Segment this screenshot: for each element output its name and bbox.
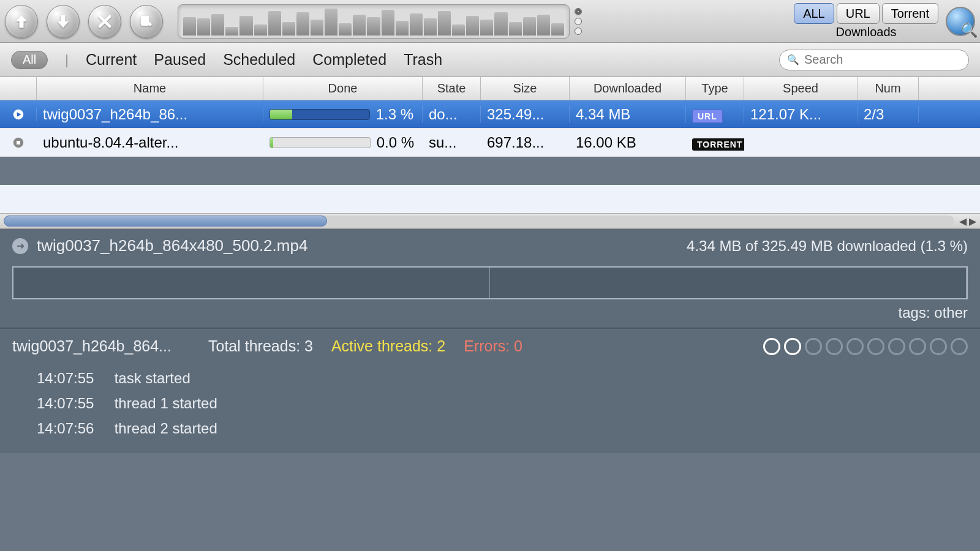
mode-tab-url[interactable]: URL (837, 3, 880, 24)
cell-state: do... (423, 106, 481, 123)
cell-type: TORRENT (686, 134, 744, 151)
cell-done: 1.3 % (263, 106, 423, 123)
table-header: Name Done State Size Downloaded Type Spe… (0, 77, 980, 100)
search-box[interactable]: 🔍 (779, 50, 969, 70)
activity-meter (178, 4, 570, 39)
search-input[interactable] (804, 53, 961, 67)
col-num[interactable]: Num (858, 77, 919, 100)
empty-row (0, 185, 980, 213)
col-name[interactable]: Name (37, 77, 263, 100)
active-threads: Active threads: 2 (331, 337, 445, 355)
thread-indicator (930, 338, 947, 355)
col-size[interactable]: Size (481, 77, 570, 100)
cell-done: 0.0 % (263, 134, 423, 151)
col-speed[interactable]: Speed (744, 77, 858, 100)
col-downloaded[interactable]: Downloaded (570, 77, 686, 100)
meter-scale-radios[interactable] (575, 8, 582, 35)
cell-size: 697.18... (481, 134, 570, 151)
thread-indicator (867, 338, 884, 355)
svg-rect-3 (17, 141, 20, 144)
filter-current[interactable]: Current (86, 51, 137, 69)
thread-indicator (784, 338, 801, 355)
filter-completed[interactable]: Completed (312, 51, 386, 69)
thread-indicator (888, 338, 905, 355)
edit-icon (138, 13, 155, 30)
close-icon (96, 13, 113, 30)
total-threads: Total threads: 3 (208, 337, 313, 355)
cell-name: twig0037_h264b_86... (37, 106, 263, 123)
thread-indicator (951, 338, 968, 355)
log-line: 14:07:55 task started (37, 366, 943, 391)
log-line: 14:07:55 thread 1 started (37, 391, 943, 416)
cell-size: 325.49... (481, 106, 570, 123)
cell-type: URL (686, 106, 744, 123)
detail-tags: tags: other (12, 304, 968, 321)
play-icon[interactable] (12, 108, 25, 121)
thread-errors: Errors: 0 (464, 337, 522, 355)
cell-name: ubuntu-8.04.4-alter... (37, 134, 263, 151)
mode-tabs: ALL URL Torrent (794, 3, 938, 24)
edit-button[interactable] (130, 5, 163, 38)
thread-filename: twig0037_h264b_864... (12, 337, 190, 355)
downloads-label: Downloads (836, 25, 897, 39)
empty-row (0, 157, 980, 185)
filter-paused[interactable]: Paused (154, 51, 206, 69)
chunk-progress-bar (12, 266, 968, 299)
up-button[interactable] (5, 5, 38, 38)
cell-num: 2/3 (858, 106, 919, 123)
mode-tab-torrent[interactable]: Torrent (882, 3, 938, 24)
scroll-left-icon[interactable]: ◀ (959, 216, 967, 227)
mode-tab-all[interactable]: ALL (794, 3, 834, 24)
filter-all[interactable]: All (11, 51, 48, 69)
cell-speed: 121.07 K... (744, 106, 858, 123)
detail-filename: twig0037_h264b_864x480_500.2.mp4 (37, 236, 307, 255)
radio-option-1[interactable] (575, 8, 582, 15)
cell-downloaded: 16.00 KB (570, 134, 686, 151)
cancel-button[interactable] (88, 5, 121, 38)
detail-pane: ➜ twig0037_h264b_864x480_500.2.mp4 4.34 … (0, 229, 980, 328)
detail-arrow-icon[interactable]: ➜ (12, 238, 28, 254)
thread-indicator (826, 338, 843, 355)
filter-scheduled[interactable]: Scheduled (223, 51, 295, 69)
thread-indicators (763, 338, 968, 355)
table-body: twig0037_h264b_86...1.3 %do...325.49...4… (0, 100, 980, 157)
scrollbar-thumb[interactable] (4, 216, 327, 227)
filter-separator: | (65, 52, 69, 68)
globe-icon: 🔍 (946, 7, 975, 36)
magnifier-icon: 🔍 (961, 23, 978, 39)
filter-trash[interactable]: Trash (404, 51, 442, 69)
down-button[interactable] (47, 5, 80, 38)
table-row[interactable]: twig0037_h264b_86...1.3 %do...325.49...4… (0, 100, 980, 129)
thread-indicator (846, 338, 864, 355)
filter-bar: All | Current Paused Scheduled Completed… (0, 43, 980, 77)
log-line: 14:07:56 thread 2 started (37, 416, 943, 441)
table-row[interactable]: ubuntu-8.04.4-alter...0.0 %su...697.18..… (0, 129, 980, 157)
stop-icon[interactable] (12, 136, 25, 149)
cell-state: su... (423, 134, 481, 151)
thread-indicator (763, 338, 780, 355)
search-icon: 🔍 (787, 54, 799, 66)
cell-downloaded: 4.34 MB (570, 106, 686, 123)
search-globe[interactable]: 🔍 (946, 7, 975, 36)
col-type[interactable]: Type (686, 77, 744, 100)
thread-status-bar: twig0037_h264b_864... Total threads: 3 A… (0, 328, 980, 364)
col-state[interactable]: State (423, 77, 481, 100)
scroll-right-icon[interactable]: ▶ (969, 216, 976, 227)
main-toolbar: ALL URL Torrent Downloads 🔍 (0, 0, 980, 43)
detail-progress-text: 4.34 MB of 325.49 MB downloaded (1.3 %) (687, 238, 968, 255)
horizontal-scrollbar[interactable]: ◀▶ (0, 213, 980, 229)
activity-log: 14:07:55 task started14:07:55 thread 1 s… (0, 364, 980, 453)
thread-indicator (909, 338, 926, 355)
radio-option-3[interactable] (575, 28, 582, 35)
radio-option-2[interactable] (575, 18, 582, 25)
arrow-down-icon (55, 13, 72, 30)
thread-indicator (805, 338, 822, 355)
col-done[interactable]: Done (263, 77, 423, 100)
arrow-up-icon (13, 13, 30, 30)
